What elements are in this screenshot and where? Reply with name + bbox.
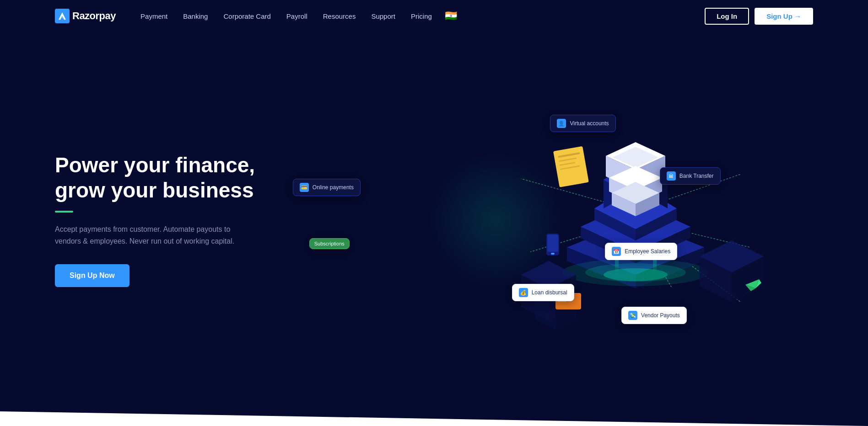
online-payments-label: Online payments [313,184,354,191]
bank-transfer-icon: 🏛 [667,171,676,181]
card-loan-disbursal: 💰 Loan disbursal [512,284,574,301]
login-button[interactable]: Log In [705,8,749,25]
language-flag[interactable]: 🇮🇳 [445,10,457,22]
online-payments-icon: 💳 [300,183,309,192]
nav-link-banking[interactable]: Banking [177,9,214,24]
nav-link-payment[interactable]: Payment [134,9,174,24]
loan-disbursal-icon: 💰 [519,288,528,297]
hero-graphic: 👤 Virtual accounts 💳 Online payments 🏛 B… [265,87,813,352]
hero-divider [55,211,73,213]
card-employee-salaries: 📅 Employee Salaries [605,243,677,260]
card-bank-transfer: 🏛 Bank Transfer [660,167,721,185]
nav-link-corporate-card[interactable]: Corporate Card [217,9,277,24]
brand-name: Razorpay [72,10,116,22]
virtual-accounts-label: Virtual accounts [570,120,609,127]
hero-description: Accept payments from customer. Automate … [55,224,256,248]
logo-icon [55,9,70,23]
svg-rect-53 [551,253,555,255]
hero-title: Power your finance, grow your business [55,153,284,202]
nav-link-support[interactable]: Support [365,9,402,24]
signup-button[interactable]: Sign Up → [755,8,813,25]
nav-link-payroll[interactable]: Payroll [280,9,314,24]
svg-rect-52 [547,234,558,252]
loan-disbursal-label: Loan disbursal [532,289,567,296]
logo-link[interactable]: Razorpay [55,9,116,23]
card-vendor-payouts: 💸 Vendor Payouts [621,307,687,324]
employee-salaries-label: Employee Salaries [625,248,670,255]
svg-rect-46 [553,146,589,187]
vendor-payouts-label: Vendor Payouts [641,312,680,319]
card-online-payments: 💳 Online payments [293,179,361,196]
wave-shape [0,389,868,426]
nav-links: Payment Banking Corporate Card Payroll R… [134,9,705,24]
card-virtual-accounts: 👤 Virtual accounts [550,115,615,132]
nav-actions: Log In Sign Up → [705,8,813,25]
bottom-wave [0,389,868,426]
hero-section: Power your finance, grow your business A… [0,32,868,389]
nav-link-pricing[interactable]: Pricing [404,9,438,24]
bank-transfer-label: Bank Transfer [679,173,714,179]
vendor-payouts-icon: 💸 [628,311,637,320]
employee-salaries-icon: 📅 [612,247,621,256]
hero-content: Power your finance, grow your business A… [55,153,284,287]
navbar: Razorpay Payment Banking Corporate Card … [0,0,868,32]
svg-point-34 [604,268,668,281]
nav-link-resources[interactable]: Resources [317,9,362,24]
card-subscriptions: Subscriptions [309,238,350,249]
virtual-accounts-icon: 👤 [557,119,566,128]
subscriptions-label: Subscriptions [314,241,345,246]
hero-cta-button[interactable]: Sign Up Now [55,264,129,287]
